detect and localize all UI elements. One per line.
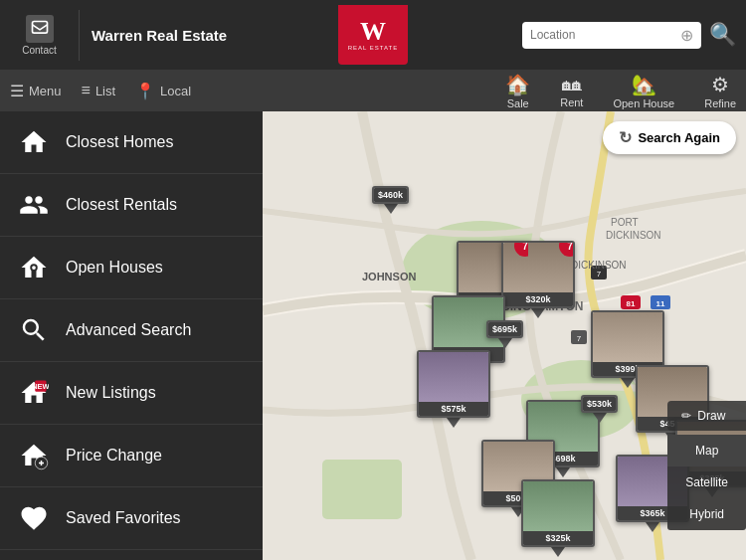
svg-rect-9	[322, 460, 402, 519]
svg-text:81: 81	[627, 299, 636, 308]
pin-price: $695k	[488, 322, 521, 336]
pin-price: $320k	[503, 292, 573, 306]
map-type-hybrid-button[interactable]: Hybrid	[667, 498, 746, 530]
sidebar-item-open-houses[interactable]: Open Houses	[0, 237, 263, 299]
nav-sale[interactable]: 🏠 Sale	[505, 73, 530, 109]
contact-label: Contact	[22, 45, 56, 56]
pin-triangle	[593, 413, 607, 423]
svg-text:7: 7	[577, 334, 582, 343]
new-listings-label: New Listings	[66, 384, 156, 402]
nav-local-label: Local	[160, 84, 191, 98]
closest-homes-icon	[16, 124, 52, 160]
nav-list[interactable]: ≡ List	[82, 82, 116, 99]
draw-button[interactable]: ✏ Draw	[667, 401, 746, 431]
rent-icon: 🏘	[562, 73, 582, 95]
saved-favorites-label: Saved Favorites	[66, 509, 181, 527]
pin-triangle	[498, 338, 512, 348]
refine-icon: ⚙	[711, 73, 729, 96]
svg-text:NEW: NEW	[32, 382, 49, 391]
location-search-wrap[interactable]: ⊕	[522, 22, 701, 49]
nav-refine[interactable]: ⚙ Refine	[704, 73, 736, 109]
pin-triangle	[531, 308, 545, 318]
local-icon: 📍	[135, 82, 155, 100]
advanced-search-label: Advanced Search	[66, 321, 191, 339]
nav-menu[interactable]: ☰ Menu	[10, 82, 62, 100]
sidebar: Closest Homes Closest Rentals Open House…	[0, 111, 263, 560]
property-pin[interactable]: $530k	[581, 395, 618, 423]
nav-menu-label: Menu	[29, 84, 62, 98]
nav-list-label: List	[95, 84, 115, 98]
sidebar-item-saved-favorites[interactable]: Saved Favorites	[0, 487, 263, 550]
pencil-icon: ✏	[681, 409, 691, 423]
pin-image	[419, 352, 488, 402]
map-type-map-label: Map	[695, 444, 718, 458]
nav-local[interactable]: 📍 Local	[135, 82, 191, 100]
app-header: Contact Warren Real Estate W REAL ESTATE…	[0, 0, 746, 70]
header-search: ⊕ 🔍	[522, 22, 736, 49]
property-pin[interactable]: $575k	[417, 350, 490, 428]
search-button[interactable]: 🔍	[709, 22, 736, 48]
sidebar-item-closest-rentals[interactable]: Closest Rentals	[0, 174, 263, 237]
advanced-search-icon	[16, 312, 52, 348]
search-again-button[interactable]: ↻ Search Again	[603, 121, 736, 154]
svg-text:7: 7	[597, 270, 602, 279]
pin-price: $575k	[419, 402, 488, 416]
refresh-icon: ↻	[619, 128, 632, 147]
logo-tagline: REAL ESTATE	[348, 45, 399, 51]
menu-icon: ☰	[10, 82, 24, 100]
property-pin[interactable]: $460k	[372, 186, 409, 214]
pin-triangle	[646, 522, 659, 532]
draw-label: Draw	[697, 409, 725, 423]
map-type-satellite-button[interactable]: Satellite	[667, 467, 746, 498]
sidebar-item-closest-homes[interactable]: Closest Homes	[0, 111, 263, 174]
sidebar-item-advanced-search[interactable]: Advanced Search	[0, 299, 263, 362]
pin-image	[593, 312, 662, 362]
location-input[interactable]	[530, 28, 680, 42]
map-type-hybrid-label: Hybrid	[689, 507, 724, 521]
map-type-satellite-label: Satellite	[685, 475, 728, 489]
open-houses-icon	[16, 250, 52, 285]
pin-image	[523, 481, 593, 531]
sale-label: Sale	[507, 97, 529, 109]
map-type-controls: ✏ Draw Map Satellite Hybrid	[667, 401, 746, 530]
saved-favorites-icon	[16, 500, 52, 536]
property-pin[interactable]: $695k	[486, 320, 523, 348]
search-again-label: Search Again	[638, 130, 720, 145]
pin-price: $530k	[583, 397, 616, 411]
pin-price: $325k	[523, 531, 593, 545]
logo: W REAL ESTATE	[338, 5, 408, 65]
open-house-label: Open House	[613, 97, 674, 109]
pin-triangle	[447, 418, 461, 428]
sidebar-item-share-app[interactable]: Share App	[0, 550, 263, 560]
nav-rent[interactable]: 🏘 Rent	[560, 73, 583, 108]
rent-label: Rent	[560, 96, 583, 108]
logo-w: W	[360, 19, 386, 45]
price-change-label: Price Change	[66, 447, 162, 465]
price-change-icon	[16, 438, 52, 473]
sidebar-item-price-change[interactable]: Price Change	[0, 425, 263, 487]
svg-point-2	[32, 266, 36, 270]
nav-open-house[interactable]: 🏡 Open House	[613, 73, 674, 109]
closest-rentals-label: Closest Rentals	[66, 196, 177, 214]
map-area[interactable]: 11 81 7 7 7 JOHNSON BINGHAMTON PORT DICK…	[263, 111, 746, 560]
pin-triangle	[551, 547, 565, 557]
closest-rentals-icon	[16, 187, 52, 223]
contact-icon	[26, 15, 54, 43]
main-content: Closest Homes Closest Rentals Open House…	[0, 111, 746, 560]
property-pin[interactable]: 7 $320k	[501, 241, 575, 318]
open-houses-label: Open Houses	[66, 259, 163, 277]
pin-price: $460k	[374, 188, 407, 202]
refine-label: Refine	[704, 97, 736, 109]
svg-text:JOHNSON: JOHNSON	[362, 271, 416, 282]
svg-text:11: 11	[656, 299, 665, 308]
locate-button[interactable]: ⊕	[680, 26, 693, 45]
property-pin[interactable]: $325k	[521, 479, 595, 557]
list-icon: ≡	[82, 82, 91, 99]
sidebar-item-new-listings[interactable]: NEW New Listings	[0, 362, 263, 425]
pin-triangle	[384, 204, 398, 214]
contact-section[interactable]: Contact	[0, 10, 80, 61]
map-type-map-button[interactable]: Map	[667, 435, 746, 467]
company-name: Warren Real Estate	[80, 27, 522, 44]
pin-triangle	[556, 467, 570, 477]
open-house-icon: 🏡	[632, 73, 656, 96]
